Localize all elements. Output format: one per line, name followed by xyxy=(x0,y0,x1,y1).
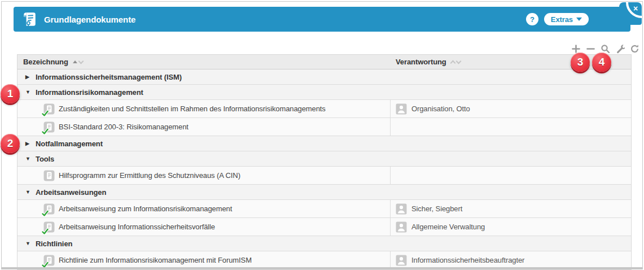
title-bar: Grundlagendokumente ? Extras xyxy=(14,7,630,32)
bezeichnung-cell: Arbeitsanweisung Informationssicherheits… xyxy=(17,218,390,236)
person-avatar-icon: Informationssicherheitsbeauftragter xyxy=(396,255,524,266)
responsible-name: Informationssicherheitsbeauftragter xyxy=(411,256,524,264)
sort-desc-icon xyxy=(455,58,461,64)
close-button[interactable]: × xyxy=(619,2,642,25)
responsible-name: Organisation, Otto xyxy=(411,104,470,113)
document-icon xyxy=(43,203,55,215)
sort-indicator xyxy=(73,60,83,63)
expand-toggle-icon: ▼ xyxy=(25,189,31,195)
person-avatar-icon: Allgemeine Verwaltung xyxy=(396,221,485,233)
group-row[interactable]: ▼ Arbeitsanweisungen xyxy=(17,185,631,200)
documents-table: Bezeichnung Verantwortung ▶ Informations… xyxy=(17,54,632,270)
sort-asc-icon xyxy=(73,60,77,63)
verantwortung-cell: Allgemeine Verwaltung xyxy=(390,218,631,236)
expand-toggle-icon: ▼ xyxy=(25,241,31,246)
help-button[interactable]: ? xyxy=(526,13,538,25)
document-row: Arbeitsanweisung Informationssicherheits… xyxy=(17,218,631,236)
page-title: Grundlagendokumente xyxy=(44,15,135,24)
document-title[interactable]: Zuständigkeiten und Schnittstellen im Ra… xyxy=(59,104,326,113)
document-title[interactable]: Arbeitsanweisung zum Informationsrisikom… xyxy=(59,204,232,213)
person-avatar-icon: Sicher, Siegbert xyxy=(396,203,462,215)
document-icon xyxy=(43,255,55,266)
responsible-name: Allgemeine Verwaltung xyxy=(411,223,485,231)
column-header-bezeichnung[interactable]: Bezeichnung xyxy=(17,55,390,69)
bezeichnung-cell: Zuständigkeiten und Schnittstellen im Ra… xyxy=(17,100,390,117)
annotation-callout-2: 2 xyxy=(1,134,20,153)
document-row: Arbeitsanweisung zum Informationsrisikom… xyxy=(17,200,631,218)
person-avatar-icon: Organisation, Otto xyxy=(396,103,470,115)
group-label: Informationssicherheitsmanagement (ISM) xyxy=(36,73,182,81)
close-icon: × xyxy=(633,4,638,13)
group-label: Arbeitsanweisungen xyxy=(36,188,106,197)
verantwortung-cell: Organisation, Otto xyxy=(390,100,631,117)
document-icon xyxy=(43,170,55,181)
document-title[interactable]: Richtlinie zum Informationsrisikomanagem… xyxy=(59,256,252,264)
check-icon xyxy=(42,110,49,117)
group-label: Notfallmanagement xyxy=(36,140,103,148)
table-body: ▶ Informationssicherheitsmanagement (ISM… xyxy=(17,69,631,269)
group-row[interactable]: ▼ Tools xyxy=(17,151,631,167)
bezeichnung-cell: Arbeitsanweisung zum Informationsrisikom… xyxy=(17,200,390,217)
bezeichnung-cell: Hilfsprogramm zur Ermittlung des Schutzn… xyxy=(17,167,390,184)
remove-icon[interactable] xyxy=(586,44,595,54)
scroll-document-icon xyxy=(21,11,37,27)
document-title[interactable]: Arbeitsanweisung Informationssicherheits… xyxy=(59,223,215,231)
document-icon xyxy=(43,103,55,115)
group-row[interactable]: ▶ Informationssicherheitsmanagement (ISM… xyxy=(17,69,631,85)
verantwortung-cell: Informationssicherheitsbeauftragter xyxy=(390,251,631,269)
expand-toggle-icon: ▶ xyxy=(25,74,31,80)
annotation-callout-1: 1 xyxy=(1,84,20,103)
expand-toggle-icon: ▼ xyxy=(25,156,31,162)
document-icon xyxy=(43,121,55,133)
help-icon: ? xyxy=(530,15,535,24)
check-icon xyxy=(42,262,49,268)
document-row: Zuständigkeiten und Schnittstellen im Ra… xyxy=(17,100,631,118)
document-icon xyxy=(43,221,55,233)
group-row[interactable]: ▼ Richtlinien xyxy=(17,236,631,251)
check-icon xyxy=(42,128,49,135)
group-label: Informationsrisikomanagement xyxy=(36,88,143,97)
extras-label: Extras xyxy=(551,15,573,24)
grundlagendokumente-window: Grundlagendokumente ? Extras × xyxy=(0,0,644,270)
document-row: Richtlinie zum Informationsrisikomanagem… xyxy=(17,251,631,269)
sort-indicator xyxy=(451,59,461,65)
extras-button[interactable]: Extras xyxy=(544,13,589,25)
document-row: BSI-Standard 200-3: Risikomanagement xyxy=(17,118,631,136)
bezeichnung-cell: BSI-Standard 200-3: Risikomanagement xyxy=(17,118,390,136)
verantwortung-cell xyxy=(390,118,631,136)
check-icon xyxy=(42,228,49,235)
sort-asc-icon xyxy=(450,60,455,66)
table-header-row: Bezeichnung Verantwortung xyxy=(17,55,631,69)
group-label: Tools xyxy=(36,155,54,163)
document-row: Hilfsprogramm zur Ermittlung des Schutzn… xyxy=(17,167,631,185)
document-title[interactable]: Hilfsprogramm zur Ermittlung des Schutzn… xyxy=(59,171,240,180)
group-label: Richtlinien xyxy=(36,239,72,248)
verantwortung-cell xyxy=(390,167,631,184)
expand-toggle-icon: ▼ xyxy=(25,89,31,95)
group-row[interactable]: ▼ Informationsrisikomanagement xyxy=(17,85,631,100)
check-icon xyxy=(42,210,49,217)
expand-toggle-icon: ▶ xyxy=(25,141,31,146)
refresh-icon[interactable] xyxy=(630,44,639,54)
wrench-icon[interactable] xyxy=(615,44,625,54)
bezeichnung-cell: Richtlinie zum Informationsrisikomanagem… xyxy=(17,251,390,269)
sort-desc-icon xyxy=(78,58,84,64)
document-title[interactable]: BSI-Standard 200-3: Risikomanagement xyxy=(59,123,189,131)
group-row[interactable]: ▶ Notfallmanagement xyxy=(17,136,631,151)
dropdown-caret-icon xyxy=(576,18,582,21)
annotation-callout-3: 3 xyxy=(571,53,590,72)
annotation-callout-4: 4 xyxy=(592,53,611,72)
verantwortung-cell: Sicher, Siegbert xyxy=(390,200,631,217)
responsible-name: Sicher, Siegbert xyxy=(411,204,462,213)
